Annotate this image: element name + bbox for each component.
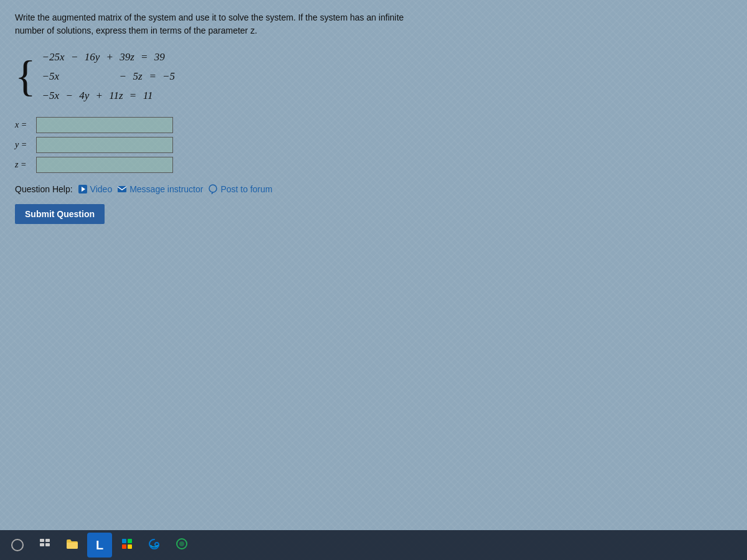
windows-start-icon bbox=[11, 539, 24, 551]
app-l-button[interactable]: L bbox=[87, 533, 112, 558]
file-explorer-button[interactable] bbox=[60, 533, 85, 558]
message-instructor-label: Message instructor bbox=[129, 184, 203, 194]
edge-icon bbox=[149, 538, 160, 553]
eq3-op2: + bbox=[93, 87, 105, 104]
unknown-app-button[interactable] bbox=[169, 533, 194, 558]
eq1-term1: −25x bbox=[42, 49, 65, 65]
unknown-app-icon bbox=[176, 538, 187, 553]
equations-block: −25x − 16y + 39z = 39 −5x − 5z = −5 −5x bbox=[42, 49, 175, 105]
answer-section: x = y = z = bbox=[15, 117, 732, 173]
answer-row-z: z = bbox=[15, 157, 732, 173]
forum-icon bbox=[208, 184, 218, 194]
svg-rect-11 bbox=[122, 544, 126, 549]
start-button[interactable] bbox=[5, 533, 30, 558]
input-y[interactable] bbox=[36, 137, 173, 153]
main-content: Write the augmented matrix of the system… bbox=[0, 0, 747, 235]
taskbar: L bbox=[0, 530, 747, 560]
video-label: Video bbox=[90, 184, 113, 194]
eq3-equals: = bbox=[127, 87, 139, 104]
question-text: Write the augmented matrix of the system… bbox=[15, 11, 732, 37]
eq3-term2: 4y bbox=[79, 87, 89, 104]
question-help-label: Question Help: bbox=[15, 184, 73, 194]
message-instructor-link[interactable]: Message instructor bbox=[117, 184, 203, 194]
svg-rect-10 bbox=[128, 539, 132, 543]
eq2-equals: = bbox=[146, 68, 159, 85]
eq1-op2: + bbox=[103, 49, 116, 65]
eq2-op1: − bbox=[116, 68, 129, 85]
eq2-term3: 5z bbox=[133, 68, 143, 85]
svg-point-14 bbox=[179, 541, 184, 546]
store-icon bbox=[121, 538, 133, 553]
message-icon bbox=[117, 184, 127, 194]
svg-point-3 bbox=[209, 185, 217, 192]
submit-button[interactable]: Submit Question bbox=[15, 204, 105, 224]
answer-row-y: y = bbox=[15, 137, 732, 153]
svg-rect-2 bbox=[118, 186, 126, 192]
svg-rect-9 bbox=[122, 539, 126, 543]
eq2-term1: −5x bbox=[42, 68, 60, 85]
svg-rect-12 bbox=[128, 544, 132, 549]
math-system: { −25x − 16y + 39z = 39 −5x − 5z = −5 bbox=[15, 49, 732, 105]
eq2-val: −5 bbox=[162, 68, 175, 85]
answer-row-x: x = bbox=[15, 117, 732, 133]
question-line2: number of solutions, express them in ter… bbox=[15, 24, 732, 37]
eq1-op1: − bbox=[68, 49, 81, 65]
eq3-term1: −5x bbox=[42, 87, 60, 104]
edge-button[interactable] bbox=[142, 533, 167, 558]
equation-1: −25x − 16y + 39z = 39 bbox=[42, 49, 175, 65]
svg-rect-7 bbox=[40, 543, 44, 546]
task-view-icon bbox=[39, 538, 50, 552]
task-view-button[interactable] bbox=[32, 533, 57, 558]
label-x: x = bbox=[15, 120, 34, 130]
video-link[interactable]: Video bbox=[78, 184, 113, 194]
post-to-forum-label: Post to forum bbox=[220, 184, 272, 194]
svg-rect-6 bbox=[45, 539, 50, 542]
svg-rect-5 bbox=[40, 539, 44, 542]
label-y: y = bbox=[15, 140, 34, 150]
eq3-val: 11 bbox=[143, 87, 153, 104]
left-brace: { bbox=[15, 55, 36, 98]
store-button[interactable] bbox=[115, 533, 139, 558]
input-x[interactable] bbox=[36, 117, 173, 133]
input-z[interactable] bbox=[36, 157, 173, 173]
eq3-op1: − bbox=[63, 87, 75, 104]
question-help: Question Help: Video Message instructor bbox=[15, 184, 732, 194]
question-line1: Write the augmented matrix of the system… bbox=[15, 11, 732, 24]
eq1-val: 39 bbox=[154, 49, 165, 65]
svg-rect-8 bbox=[45, 543, 50, 546]
equation-3: −5x − 4y + 11z = 11 bbox=[42, 87, 175, 104]
eq3-term3: 11z bbox=[109, 87, 123, 104]
post-to-forum-link[interactable]: Post to forum bbox=[208, 184, 272, 194]
file-explorer-icon bbox=[66, 538, 78, 553]
eq1-term2: 16y bbox=[85, 49, 100, 65]
label-z: z = bbox=[15, 160, 34, 170]
eq1-equals: = bbox=[138, 49, 151, 65]
video-icon bbox=[78, 184, 88, 194]
equation-2: −5x − 5z = −5 bbox=[42, 68, 175, 85]
eq1-term3: 39z bbox=[120, 49, 134, 65]
app-l-icon: L bbox=[96, 538, 103, 553]
